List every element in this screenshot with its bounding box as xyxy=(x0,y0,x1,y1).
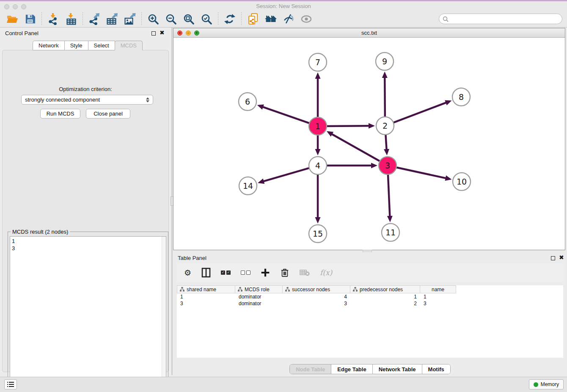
home-icon[interactable] xyxy=(264,13,278,25)
save-session-icon[interactable] xyxy=(23,13,37,25)
network-window-title: scc.txt xyxy=(173,30,565,36)
float-panel-icon[interactable] xyxy=(151,31,156,36)
mcds-tab-content: Optimization criterion: strongly connect… xyxy=(2,50,169,372)
table-settings-icon[interactable]: ⚙ xyxy=(184,269,191,277)
control-panel-header: Control Panel ✖ xyxy=(0,28,171,39)
network-window-titlebar[interactable]: × − + scc.txt xyxy=(173,28,565,38)
mcds-result-textarea[interactable]: 1 3 xyxy=(10,236,166,392)
dropdown-selected-value: strongly connected component xyxy=(25,97,146,103)
window-title: Session: New Session xyxy=(0,3,567,9)
function-builder-icon: f(x) xyxy=(320,268,332,277)
float-table-panel-icon[interactable] xyxy=(551,256,555,260)
table-panel-header: Table Panel ✖ xyxy=(173,252,567,264)
task-history-button[interactable] xyxy=(4,379,17,389)
tab-network[interactable]: Network xyxy=(33,41,65,50)
graph-edge-2-3[interactable] xyxy=(385,134,386,150)
tab-style[interactable]: Style xyxy=(64,41,88,50)
add-column-icon[interactable] xyxy=(261,268,270,277)
open-session-icon[interactable] xyxy=(6,13,19,25)
node-label-4: 4 xyxy=(315,161,320,170)
cell-shared-name[interactable]: 3 xyxy=(177,300,235,307)
cell-name[interactable]: 1 xyxy=(420,293,456,300)
zoom-selected-icon[interactable] xyxy=(200,13,213,25)
node-label-6: 6 xyxy=(245,97,250,106)
column-header-name[interactable]: name xyxy=(420,285,456,293)
graph-edge-3-10[interactable] xyxy=(396,167,447,178)
graph-edge-3-11[interactable] xyxy=(388,174,390,217)
node-table-header: shared nameMCDS rolesuccessor nodesprede… xyxy=(177,285,563,293)
table-toolbar: ⚙ ✓✓ f(x) xyxy=(176,263,564,282)
graph-edge-1-2[interactable] xyxy=(326,126,370,126)
graph-edge-2-9[interactable] xyxy=(385,77,385,118)
column-header-shared-name[interactable]: shared name xyxy=(177,285,235,293)
cell-successor-nodes[interactable]: 3 xyxy=(283,300,350,307)
cell-predecessor-nodes[interactable]: 1 xyxy=(350,293,420,300)
tab-motifs[interactable]: Motifs xyxy=(422,364,450,374)
cell-mcds-role[interactable]: dominator xyxy=(235,300,283,307)
tab-node-table[interactable]: Node Table xyxy=(290,364,331,374)
column-header-predecessor-nodes[interactable]: predecessor nodes xyxy=(350,285,420,293)
node-label-10: 10 xyxy=(457,177,467,186)
close-table-panel-icon[interactable]: ✖ xyxy=(559,254,564,261)
run-mcds-button[interactable]: Run MCDS xyxy=(40,109,80,119)
cell-predecessor-nodes[interactable]: 2 xyxy=(350,300,420,307)
clone-network-icon[interactable] xyxy=(246,13,260,25)
import-network-icon[interactable] xyxy=(47,13,60,25)
edge-arrowhead xyxy=(315,149,321,155)
close-panel-button[interactable]: Close panel xyxy=(86,109,130,119)
edge-arrowhead xyxy=(445,175,452,181)
column-label: predecessor nodes xyxy=(360,287,403,293)
graph-edge-4-14[interactable] xyxy=(263,168,310,182)
table-row[interactable]: 1dominator411 xyxy=(177,293,563,300)
tab-edge-table[interactable]: Edge Table xyxy=(331,364,372,374)
search-box[interactable] xyxy=(439,14,562,24)
show-columns-icon[interactable] xyxy=(201,268,211,278)
apply-layout-icon[interactable] xyxy=(223,13,237,25)
select-all-columns-icon[interactable]: ✓✓ xyxy=(221,271,231,275)
graph-edge-3-1[interactable] xyxy=(331,134,380,162)
memory-button[interactable]: Memory xyxy=(529,379,564,389)
table-row[interactable]: 3dominator323 xyxy=(177,300,563,307)
column-header-successor-nodes[interactable]: successor nodes xyxy=(283,285,350,293)
zoom-out-icon[interactable] xyxy=(164,13,178,25)
node-label-3: 3 xyxy=(385,161,390,170)
edge-arrowhead xyxy=(315,217,321,224)
network-graph: 7968124314101511 xyxy=(173,38,565,250)
delete-column-icon[interactable] xyxy=(280,268,289,278)
cell-mcds-role[interactable]: dominator xyxy=(235,293,283,300)
graph-edge-1-6[interactable] xyxy=(262,107,310,124)
deselect-all-columns-icon[interactable] xyxy=(241,271,250,275)
result-scrollbar[interactable] xyxy=(162,237,166,392)
cell-name[interactable]: 3 xyxy=(420,300,456,307)
node-label-9: 9 xyxy=(382,57,387,66)
search-input[interactable] xyxy=(451,16,562,22)
cell-shared-name[interactable]: 1 xyxy=(177,293,235,300)
toolbar-separator xyxy=(83,12,83,26)
import-table-icon[interactable] xyxy=(64,13,78,25)
cell-successor-nodes[interactable]: 4 xyxy=(283,293,350,300)
edge-arrowhead xyxy=(384,149,389,155)
zoom-fit-icon[interactable] xyxy=(182,13,195,25)
export-table-icon[interactable] xyxy=(105,13,119,25)
toolbar-separator xyxy=(241,12,242,26)
tab-select[interactable]: Select xyxy=(88,41,115,50)
column-label: successor nodes xyxy=(292,287,330,293)
show-panel-eye-icon[interactable] xyxy=(300,13,313,25)
optimization-criterion-dropdown[interactable]: strongly connected component xyxy=(21,95,153,105)
graph-edge-2-8[interactable] xyxy=(393,102,447,123)
optimization-criterion-label: Optimization criterion: xyxy=(3,86,168,92)
tab-mcds[interactable]: MCDS xyxy=(115,41,143,50)
status-bar: Memory xyxy=(0,377,567,392)
column-header-mcds-role[interactable]: MCDS role xyxy=(235,285,283,293)
export-network-icon[interactable] xyxy=(88,13,101,25)
tab-network-table[interactable]: Network Table xyxy=(372,364,422,374)
edge-arrowhead xyxy=(315,72,321,79)
export-image-icon[interactable] xyxy=(123,13,137,25)
column-sort-icon xyxy=(285,287,290,292)
control-panel-tabs: NetworkStyleSelectMCDS xyxy=(33,41,143,50)
close-panel-icon[interactable]: ✖ xyxy=(160,29,165,36)
hide-panel-eye-icon[interactable] xyxy=(282,13,295,25)
network-canvas[interactable]: 7968124314101511 xyxy=(173,38,565,250)
zoom-in-icon[interactable] xyxy=(146,13,160,25)
table-panel-tabs: Node TableEdge TableNetwork TableMotifs xyxy=(173,364,567,374)
